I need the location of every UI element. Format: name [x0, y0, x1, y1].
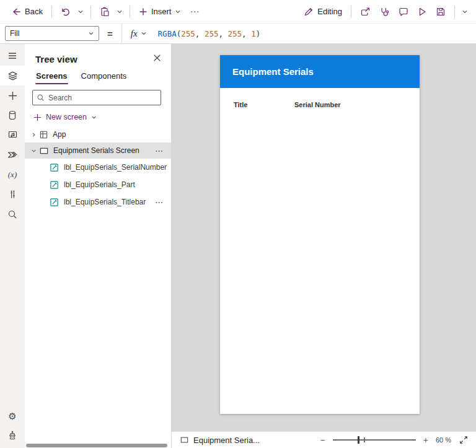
tree-item-label: App [53, 130, 66, 139]
property-selector[interactable]: Fill [5, 26, 99, 41]
label-control-icon [50, 198, 59, 207]
tree-item-lbl-part[interactable]: lbl_EquipSerials_Part [25, 176, 171, 193]
tree-item-equipment-serials-screen[interactable]: Equipment Serials Screen ⋯ [25, 143, 171, 159]
fx-dropdown[interactable]: fx [122, 24, 153, 43]
play-icon [417, 7, 427, 17]
rail-tree-view-button[interactable] [0, 66, 25, 86]
expand-arrows-icon [459, 436, 468, 444]
tab-components[interactable]: Components [81, 70, 128, 84]
tree-item-lbl-serialnumber[interactable]: lbl_EquipSerials_SerialNumber [25, 159, 171, 176]
plus-icon [33, 113, 42, 121]
editing-mode-button[interactable]: Editing [300, 4, 346, 19]
hamburger-icon [7, 51, 17, 61]
paste-button[interactable] [96, 4, 113, 19]
tree-item-lbl-titlebar[interactable]: lbl_EquipSerials_Titlebar ⋯ [25, 193, 171, 211]
search-icon [7, 209, 17, 219]
formula-bar: Fill = fx RGBA(255, 255, 255, 1) [0, 24, 476, 44]
selected-property: Fill [10, 29, 19, 38]
canvas-label-title[interactable]: Title [234, 101, 294, 108]
canvas-label-serial-number[interactable]: Serial Number [294, 101, 341, 108]
undo-icon [61, 7, 71, 17]
tree-item-label: lbl_EquipSerials_Part [64, 180, 135, 189]
chevron-down-icon [88, 30, 94, 37]
chevron-down-icon [77, 9, 84, 15]
zoom-slider-track [333, 439, 416, 441]
left-rail: (x) ⚙ [0, 44, 25, 448]
current-screen-label: Equipment Seria... [193, 436, 260, 445]
zoom-out-button[interactable]: − [319, 436, 327, 444]
save-button[interactable] [432, 4, 449, 19]
more-options-icon[interactable]: ⋯ [155, 198, 164, 207]
formula-paren: ) [256, 29, 261, 38]
chevron-down-icon[interactable] [29, 148, 38, 154]
undo-button[interactable] [57, 4, 74, 19]
rail-settings-button[interactable]: ⚙ [0, 406, 25, 426]
close-panel-button[interactable] [152, 53, 162, 65]
rail-power-automate-button[interactable] [0, 145, 25, 165]
editing-label: Editing [317, 7, 342, 16]
zoom-controls: − + 60 % [319, 435, 469, 445]
undo-menu-chevron[interactable] [76, 6, 86, 17]
zoom-slider-handle[interactable] [358, 436, 359, 444]
rail-media-button[interactable] [0, 125, 25, 145]
more-options-icon[interactable]: ⋯ [155, 146, 164, 156]
zoom-slider[interactable] [333, 436, 416, 444]
rail-copilot-bot-button[interactable] [0, 426, 25, 446]
media-icon [7, 130, 18, 140]
comments-button[interactable] [395, 4, 412, 19]
preview-play-button[interactable] [413, 4, 431, 19]
tree-item-label: lbl_EquipSerials_SerialNumber [64, 163, 167, 172]
status-bar: Equipment Seria... − + 60 % [172, 431, 476, 448]
zoom-in-button[interactable]: + [422, 436, 430, 444]
stethoscope-icon [379, 7, 390, 17]
fullscreen-button[interactable] [459, 435, 469, 445]
tree-search-box[interactable] [32, 90, 161, 105]
horizontal-scrollbar[interactable] [26, 444, 167, 447]
topbar-right-group: Editing [300, 4, 470, 19]
tab-screens[interactable]: Screens [35, 70, 68, 84]
save-icon [436, 7, 446, 17]
rail-menu-button[interactable] [0, 46, 25, 66]
canvas-title-label: Equipment Serials [232, 66, 314, 77]
clipboard-icon [100, 7, 110, 17]
tree-search-input[interactable] [48, 94, 157, 102]
insert-button[interactable]: Insert [135, 4, 185, 19]
share-button[interactable] [356, 4, 374, 19]
more-commands-button[interactable]: ⋯ [186, 4, 203, 20]
save-menu-chevron[interactable] [460, 6, 470, 17]
tree-item-app[interactable]: App [25, 126, 171, 143]
close-icon [153, 54, 161, 62]
chevron-down-icon [141, 30, 147, 37]
new-screen-button[interactable]: New screen [32, 110, 98, 124]
fx-icon: fx [131, 29, 138, 39]
current-screen-selector[interactable]: Equipment Seria... [180, 436, 260, 445]
rail-advanced-tools-button[interactable] [0, 185, 25, 204]
paste-menu-chevron[interactable] [115, 6, 125, 17]
back-label: Back [25, 7, 43, 16]
insert-label: Insert [151, 7, 172, 16]
canvas-titlebar[interactable]: Equipment Serials [220, 55, 420, 88]
plus-icon [139, 7, 148, 16]
rail-data-button[interactable] [0, 105, 25, 125]
zoom-percentage: 60 % [436, 436, 451, 444]
app-canvas[interactable]: Equipment Serials Title Serial Number [220, 55, 420, 414]
fit-marker [362, 439, 367, 441]
divider [130, 6, 130, 18]
tree-panel-header: Tree view [25, 44, 171, 69]
divider [454, 6, 455, 18]
app-checker-button[interactable] [376, 4, 394, 19]
rail-insert-button[interactable] [0, 86, 25, 105]
rail-variables-button[interactable]: (x) [0, 165, 25, 185]
back-button[interactable]: Back [7, 4, 46, 19]
canvas-work-area: Equipment Serials Title Serial Number [172, 44, 476, 431]
chevron-right-icon[interactable] [29, 132, 38, 138]
chevron-down-icon [91, 115, 97, 120]
label-control-icon [50, 180, 59, 190]
formula-function: RGBA [158, 29, 177, 38]
tools-icon [8, 190, 17, 200]
back-arrow-icon [11, 7, 21, 17]
variables-icon: (x) [8, 170, 17, 180]
rail-search-button[interactable] [0, 204, 25, 224]
formula-input[interactable]: RGBA(255, 255, 255, 1) [153, 29, 476, 38]
power-automate-icon [7, 150, 17, 160]
